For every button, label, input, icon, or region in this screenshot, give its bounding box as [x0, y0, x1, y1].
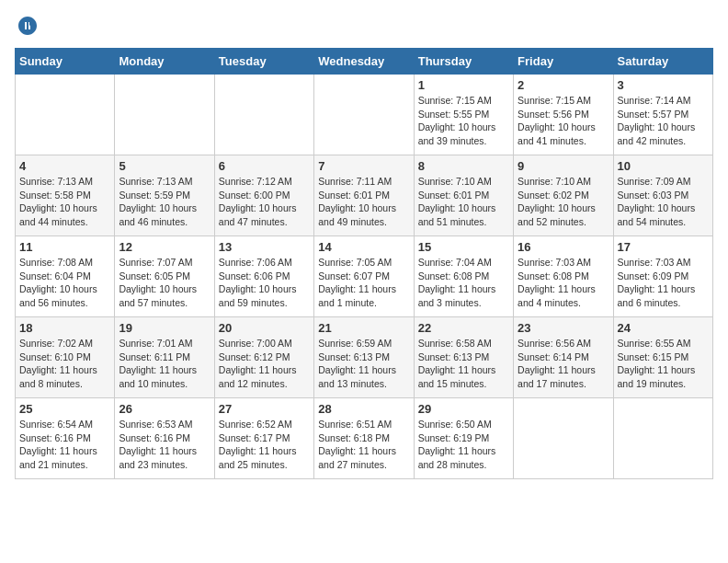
- day-info: Sunrise: 6:53 AM Sunset: 6:16 PM Dayligh…: [119, 418, 210, 472]
- calendar-cell: 14Sunrise: 7:05 AM Sunset: 6:07 PM Dayli…: [314, 236, 414, 317]
- calendar-table: SundayMondayTuesdayWednesdayThursdayFrid…: [15, 48, 713, 479]
- calendar-cell: 13Sunrise: 7:06 AM Sunset: 6:06 PM Dayli…: [214, 236, 313, 317]
- calendar-cell: 4Sunrise: 7:13 AM Sunset: 5:58 PM Daylig…: [16, 155, 115, 236]
- calendar-cell: [16, 75, 115, 155]
- calendar-cell: [514, 398, 613, 479]
- day-info: Sunrise: 7:13 AM Sunset: 5:58 PM Dayligh…: [19, 175, 110, 229]
- calendar-cell: 8Sunrise: 7:10 AM Sunset: 6:01 PM Daylig…: [414, 155, 513, 236]
- day-info: Sunrise: 7:14 AM Sunset: 5:57 PM Dayligh…: [618, 94, 709, 148]
- calendar-cell: 29Sunrise: 6:50 AM Sunset: 6:19 PM Dayli…: [414, 398, 513, 479]
- calendar-cell: 23Sunrise: 6:56 AM Sunset: 6:14 PM Dayli…: [514, 317, 613, 398]
- day-number: 11: [19, 240, 110, 254]
- calendar-cell: 27Sunrise: 6:52 AM Sunset: 6:17 PM Dayli…: [214, 398, 313, 479]
- calendar-cell: [314, 75, 414, 155]
- header-sunday: Sunday: [16, 49, 115, 75]
- page-header: [15, 15, 713, 37]
- day-number: 10: [618, 159, 709, 173]
- calendar-cell: 26Sunrise: 6:53 AM Sunset: 6:16 PM Dayli…: [115, 398, 214, 479]
- day-number: 29: [418, 402, 509, 416]
- day-info: Sunrise: 6:51 AM Sunset: 6:18 PM Dayligh…: [318, 418, 409, 472]
- header-saturday: Saturday: [613, 49, 712, 75]
- calendar-cell: 16Sunrise: 7:03 AM Sunset: 6:08 PM Dayli…: [514, 236, 613, 317]
- logo: [15, 15, 39, 37]
- calendar-cell: 11Sunrise: 7:08 AM Sunset: 6:04 PM Dayli…: [16, 236, 115, 317]
- calendar-cell: 18Sunrise: 7:02 AM Sunset: 6:10 PM Dayli…: [16, 317, 115, 398]
- calendar-cell: 3Sunrise: 7:14 AM Sunset: 5:57 PM Daylig…: [613, 75, 712, 155]
- day-info: Sunrise: 7:10 AM Sunset: 6:01 PM Dayligh…: [418, 175, 509, 229]
- calendar-week-3: 11Sunrise: 7:08 AM Sunset: 6:04 PM Dayli…: [16, 236, 713, 317]
- day-number: 23: [518, 321, 609, 335]
- day-info: Sunrise: 6:55 AM Sunset: 6:15 PM Dayligh…: [618, 337, 709, 391]
- day-info: Sunrise: 7:01 AM Sunset: 6:11 PM Dayligh…: [119, 337, 210, 391]
- day-number: 24: [618, 321, 709, 335]
- calendar-week-2: 4Sunrise: 7:13 AM Sunset: 5:58 PM Daylig…: [16, 155, 713, 236]
- header-tuesday: Tuesday: [214, 49, 313, 75]
- calendar-cell: 6Sunrise: 7:12 AM Sunset: 6:00 PM Daylig…: [214, 155, 313, 236]
- header-friday: Friday: [514, 49, 613, 75]
- calendar-cell: 7Sunrise: 7:11 AM Sunset: 6:01 PM Daylig…: [314, 155, 414, 236]
- day-number: 6: [219, 159, 310, 173]
- calendar-week-1: 1Sunrise: 7:15 AM Sunset: 5:55 PM Daylig…: [16, 75, 713, 155]
- day-info: Sunrise: 7:00 AM Sunset: 6:12 PM Dayligh…: [219, 337, 310, 391]
- day-info: Sunrise: 7:02 AM Sunset: 6:10 PM Dayligh…: [19, 337, 110, 391]
- day-number: 21: [318, 321, 409, 335]
- calendar-cell: [214, 75, 313, 155]
- calendar-week-4: 18Sunrise: 7:02 AM Sunset: 6:10 PM Dayli…: [16, 317, 713, 398]
- calendar-cell: 19Sunrise: 7:01 AM Sunset: 6:11 PM Dayli…: [115, 317, 214, 398]
- day-number: 9: [518, 159, 609, 173]
- calendar-cell: 17Sunrise: 7:03 AM Sunset: 6:09 PM Dayli…: [613, 236, 712, 317]
- calendar-cell: 25Sunrise: 6:54 AM Sunset: 6:16 PM Dayli…: [16, 398, 115, 479]
- header-monday: Monday: [115, 49, 214, 75]
- day-info: Sunrise: 7:13 AM Sunset: 5:59 PM Dayligh…: [119, 175, 210, 229]
- calendar-cell: [613, 398, 712, 479]
- day-number: 8: [418, 159, 509, 173]
- day-info: Sunrise: 6:50 AM Sunset: 6:19 PM Dayligh…: [418, 418, 509, 472]
- day-number: 15: [418, 240, 509, 254]
- day-info: Sunrise: 7:03 AM Sunset: 6:09 PM Dayligh…: [618, 256, 709, 310]
- calendar-cell: [115, 75, 214, 155]
- day-info: Sunrise: 7:10 AM Sunset: 6:02 PM Dayligh…: [518, 175, 609, 229]
- calendar-cell: 20Sunrise: 7:00 AM Sunset: 6:12 PM Dayli…: [214, 317, 313, 398]
- header-wednesday: Wednesday: [314, 49, 414, 75]
- header-thursday: Thursday: [414, 49, 513, 75]
- day-number: 3: [618, 78, 709, 92]
- day-number: 17: [618, 240, 709, 254]
- calendar-cell: 9Sunrise: 7:10 AM Sunset: 6:02 PM Daylig…: [514, 155, 613, 236]
- calendar-cell: 28Sunrise: 6:51 AM Sunset: 6:18 PM Dayli…: [314, 398, 414, 479]
- calendar-cell: 2Sunrise: 7:15 AM Sunset: 5:56 PM Daylig…: [514, 75, 613, 155]
- day-info: Sunrise: 6:59 AM Sunset: 6:13 PM Dayligh…: [318, 337, 409, 391]
- day-number: 4: [19, 159, 110, 173]
- day-number: 25: [19, 402, 110, 416]
- day-info: Sunrise: 7:04 AM Sunset: 6:08 PM Dayligh…: [418, 256, 509, 310]
- calendar-cell: 21Sunrise: 6:59 AM Sunset: 6:13 PM Dayli…: [314, 317, 414, 398]
- day-number: 19: [119, 321, 210, 335]
- calendar-cell: 1Sunrise: 7:15 AM Sunset: 5:55 PM Daylig…: [414, 75, 513, 155]
- day-number: 28: [318, 402, 409, 416]
- day-info: Sunrise: 7:12 AM Sunset: 6:00 PM Dayligh…: [219, 175, 310, 229]
- day-number: 1: [418, 78, 509, 92]
- day-info: Sunrise: 7:11 AM Sunset: 6:01 PM Dayligh…: [318, 175, 409, 229]
- day-info: Sunrise: 7:06 AM Sunset: 6:06 PM Dayligh…: [219, 256, 310, 310]
- day-info: Sunrise: 7:03 AM Sunset: 6:08 PM Dayligh…: [518, 256, 609, 310]
- day-info: Sunrise: 6:58 AM Sunset: 6:13 PM Dayligh…: [418, 337, 509, 391]
- day-number: 22: [418, 321, 509, 335]
- day-number: 26: [119, 402, 210, 416]
- calendar-cell: 24Sunrise: 6:55 AM Sunset: 6:15 PM Dayli…: [613, 317, 712, 398]
- day-number: 13: [219, 240, 310, 254]
- day-info: Sunrise: 6:54 AM Sunset: 6:16 PM Dayligh…: [19, 418, 110, 472]
- calendar-cell: 10Sunrise: 7:09 AM Sunset: 6:03 PM Dayli…: [613, 155, 712, 236]
- day-info: Sunrise: 7:07 AM Sunset: 6:05 PM Dayligh…: [119, 256, 210, 310]
- day-number: 14: [318, 240, 409, 254]
- day-number: 5: [119, 159, 210, 173]
- day-info: Sunrise: 7:15 AM Sunset: 5:56 PM Dayligh…: [518, 94, 609, 148]
- calendar-cell: 15Sunrise: 7:04 AM Sunset: 6:08 PM Dayli…: [414, 236, 513, 317]
- day-info: Sunrise: 7:09 AM Sunset: 6:03 PM Dayligh…: [618, 175, 709, 229]
- day-number: 18: [19, 321, 110, 335]
- day-info: Sunrise: 7:05 AM Sunset: 6:07 PM Dayligh…: [318, 256, 409, 310]
- day-number: 16: [518, 240, 609, 254]
- day-number: 7: [318, 159, 409, 173]
- calendar-week-5: 25Sunrise: 6:54 AM Sunset: 6:16 PM Dayli…: [16, 398, 713, 479]
- day-info: Sunrise: 6:56 AM Sunset: 6:14 PM Dayligh…: [518, 337, 609, 391]
- calendar-header-row: SundayMondayTuesdayWednesdayThursdayFrid…: [16, 49, 713, 75]
- calendar-cell: 22Sunrise: 6:58 AM Sunset: 6:13 PM Dayli…: [414, 317, 513, 398]
